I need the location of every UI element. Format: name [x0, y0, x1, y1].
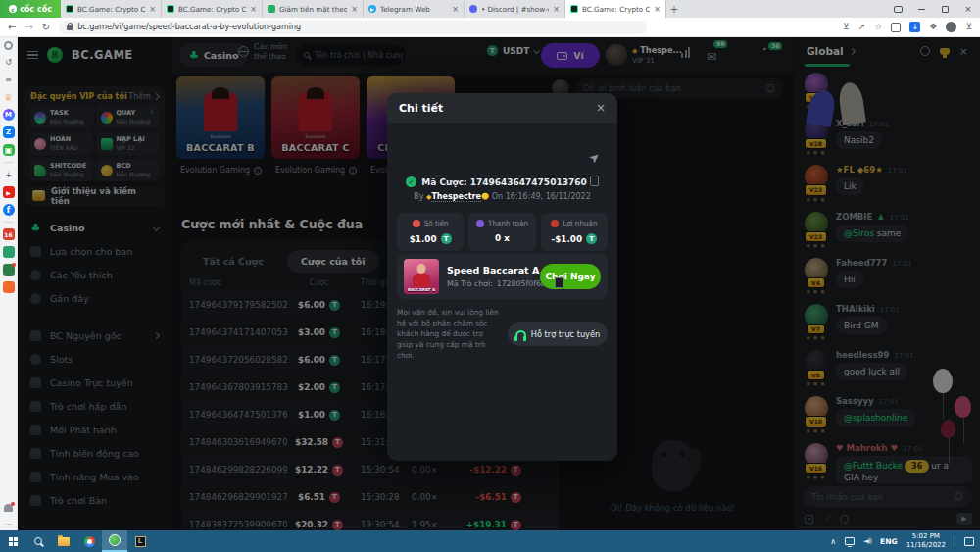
notifications-bell-icon[interactable]	[4, 504, 13, 512]
network-icon[interactable]	[845, 537, 855, 545]
close-tab-icon[interactable]: ×	[553, 5, 560, 14]
coccoc-taskbar-icon[interactable]	[102, 530, 127, 552]
reading-list-icon[interactable]: ≡	[3, 74, 15, 85]
coccoc-menu-button[interactable]: ccốc cốc	[0, 0, 61, 18]
game-name[interactable]: Speed Baccarat A	[447, 265, 532, 276]
url-box[interactable]: bc.game/vi/game/speed-baccarat-a-by-evol…	[59, 21, 647, 34]
game-thumbnail-baccarat-a[interactable]: BACCARAT A	[404, 259, 439, 294]
coccoc-logo-icon: c	[9, 5, 17, 13]
close-tab-icon[interactable]: ×	[654, 5, 661, 14]
bet-author-row: By ◆Thespectre☻ On 16:16:49, 16/11/2022	[387, 192, 617, 201]
bet-id-row: ✓ Mã Cược: 1749643647475013760	[387, 176, 617, 187]
headset-icon	[515, 330, 526, 338]
live-support-button[interactable]: Hỗ trợ trực tuyến	[508, 322, 608, 346]
browser-tabstrip: ccốc cốc BC.Game: Crypto Casino Gan× BC.…	[0, 0, 980, 18]
system-tray: ∧ ◄)) ENG 5:02 PM11/16/2022	[830, 532, 980, 550]
history-icon[interactable]: ↺	[3, 56, 15, 68]
lock-icon	[67, 25, 73, 30]
browser-tab[interactable]: Telegram Web×	[364, 0, 465, 18]
action-center-icon[interactable]	[964, 537, 974, 546]
file-explorer-icon[interactable]	[51, 530, 76, 552]
game-summary-card: BACCARAT A Speed Baccarat A Mã Trò chơi:…	[397, 254, 608, 299]
close-window-button[interactable]: ×	[956, 0, 980, 18]
address-bar: ← → ↻ bc.game/vi/game/speed-baccarat-a-b…	[0, 18, 980, 37]
modal-title: Chi tiết	[399, 102, 443, 115]
modal-header: Chi tiết ×	[387, 93, 617, 123]
extension-icon[interactable]: ❖	[929, 23, 937, 31]
close-modal-icon[interactable]: ×	[596, 101, 606, 115]
author-link[interactable]: Thespectre	[431, 192, 480, 202]
bcgame-page: B BC.GAME Đặc quyền VIP của tôi Thêm TAS…	[18, 37, 980, 530]
language-indicator[interactable]: ENG	[880, 537, 898, 546]
browser-tab[interactable]: • Discord | #show-off-you×	[465, 0, 565, 18]
facebook-icon[interactable]: f	[3, 204, 15, 216]
bcgame-favicon	[167, 5, 174, 13]
browser-sidebar: ↺ ≡ ♕ M Z ▣ + ▶ f 16 …	[0, 37, 18, 530]
profile-avatar-icon[interactable]	[946, 22, 956, 32]
bcgame-favicon	[66, 5, 74, 13]
usdt-coin-icon: T	[441, 233, 452, 244]
minimize-button[interactable]	[909, 0, 933, 18]
support-note: Mọi vấn đề, xin vui lòng liên hệ với bộ …	[397, 307, 500, 362]
share-icon[interactable]: ↗	[858, 23, 866, 31]
close-tab-icon[interactable]: ×	[351, 5, 358, 14]
league-of-legends-icon[interactable]: L	[127, 530, 153, 552]
shopping-icon[interactable]	[3, 281, 15, 293]
download-manager-icon[interactable]: ↓	[909, 22, 920, 32]
more-options-icon[interactable]: …	[5, 518, 13, 527]
taskbar-clock[interactable]: 5:02 PM11/16/2022	[906, 532, 946, 550]
copy-icon[interactable]	[557, 279, 564, 288]
reload-button[interactable]: ↻	[42, 23, 50, 32]
amount-icon	[413, 220, 420, 227]
play-now-button[interactable]: Chơi Ngay	[540, 264, 601, 289]
save-page-icon[interactable]: ⊻	[843, 23, 850, 31]
share-bet-icon[interactable]: ➤	[586, 148, 604, 167]
bcgame-favicon	[570, 5, 578, 13]
calendar-icon[interactable]: 16	[3, 228, 15, 240]
profit-icon	[551, 220, 559, 227]
new-tab-button[interactable]: +	[666, 0, 682, 18]
smiley-emoji-icon: ☻	[481, 192, 489, 201]
zalo-icon[interactable]: Z	[3, 126, 15, 138]
address-bar-icons: ⊻ ↗ ☆ ↓ ❖ ⊻	[843, 22, 972, 32]
back-button[interactable]: ←	[8, 23, 16, 32]
education-app-icon[interactable]	[3, 264, 15, 276]
discord-favicon	[469, 5, 477, 13]
site-favicon	[268, 5, 275, 13]
crown-rewards-icon[interactable]: ♕	[3, 91, 15, 103]
games-icon[interactable]: ▣	[3, 144, 15, 156]
close-tab-icon[interactable]: ×	[452, 5, 459, 14]
bookmark-star-icon[interactable]: ☆	[874, 23, 882, 31]
tab-search-icon[interactable]	[886, 0, 909, 18]
screen: ccốc cốc BC.Game: Crypto Casino Gan× BC.…	[0, 0, 980, 552]
messenger-icon[interactable]: M	[3, 109, 15, 121]
verified-check-icon: ✓	[406, 176, 416, 187]
downloads-icon[interactable]: ⊻	[965, 23, 972, 31]
add-shortcut-icon[interactable]: +	[3, 169, 15, 180]
taskbar-search-icon[interactable]	[25, 530, 51, 552]
payment-app-icon[interactable]	[3, 246, 15, 258]
copy-icon[interactable]	[592, 177, 599, 186]
browser-tab[interactable]: BC.Game: Crypto Casino Gan×	[61, 0, 162, 18]
volume-icon[interactable]: ◄))	[863, 537, 871, 545]
divider	[4, 222, 14, 223]
start-button[interactable]	[0, 530, 25, 552]
browser-tab-active[interactable]: BC.Game: Crypto Casino Gan×	[565, 0, 666, 18]
forward-button[interactable]: →	[24, 23, 32, 32]
adblock-icon[interactable]	[891, 23, 901, 32]
browser-tab[interactable]: BC.Game: Crypto Casino Gan×	[162, 0, 263, 18]
stat-profit: Lợi nhuận -$1.00T	[541, 213, 608, 251]
hidden-icons-chevron[interactable]: ∧	[830, 537, 836, 546]
url-text[interactable]: bc.game/vi/game/speed-baccarat-a-by-evol…	[77, 23, 301, 31]
divider	[955, 534, 956, 548]
youtube-icon[interactable]: ▶	[3, 186, 15, 198]
telegram-favicon	[368, 5, 376, 13]
close-tab-icon[interactable]: ×	[250, 5, 257, 14]
settings-icon[interactable]	[4, 41, 13, 50]
close-tab-icon[interactable]: ×	[149, 5, 156, 14]
maximize-button[interactable]	[933, 0, 956, 18]
bet-stats: Số tiền $1.00T Thanh toán 0 x Lợi nhuận …	[397, 213, 608, 251]
window-controls: ×	[886, 0, 980, 18]
chrome-icon[interactable]	[76, 530, 102, 552]
browser-tab[interactable]: Giảm tiền mặt theo tiến hóa!×	[263, 0, 364, 18]
